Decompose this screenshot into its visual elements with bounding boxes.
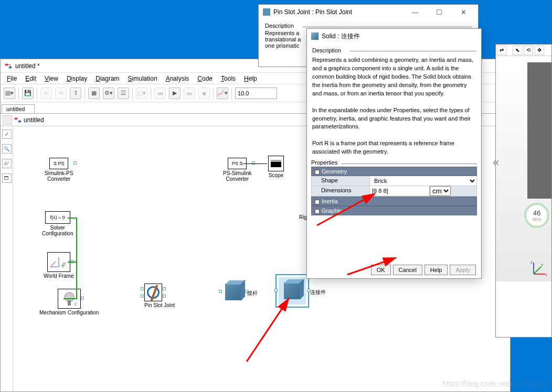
block-text: PS S — [232, 161, 243, 166]
menu-edit[interactable]: Edit — [22, 74, 39, 83]
speed-gauge: 46 0K/s — [524, 203, 549, 228]
dialog-title-bar[interactable]: Pin Slot Joint : Pin Slot Joint — ☐ ✕ — [259, 5, 478, 19]
save-button[interactable]: 💾 — [22, 88, 34, 99]
cancel-button[interactable]: Cancel — [393, 265, 422, 275]
gauge-sublabel: 0K/s — [533, 217, 541, 222]
watermark-text: https://blog.csdn.net/raominping — [443, 379, 547, 388]
menu-code[interactable]: Code — [194, 74, 216, 83]
stop-button[interactable]: ■ — [198, 88, 210, 99]
expand-icon: + — [315, 209, 320, 214]
block-label-obscured: Rig — [299, 214, 307, 220]
solid-dialog: Solid : 连接件 Description Represents a sol… — [306, 28, 482, 279]
viewer-3d-canvas[interactable]: « 46 0K/s x z y — [496, 56, 551, 281]
orbit-button[interactable]: ⟲ — [524, 46, 533, 55]
maximize-button[interactable]: ☐ — [429, 6, 450, 18]
back-button[interactable]: ⇦ — [40, 88, 52, 99]
stop-time-input[interactable] — [235, 88, 277, 99]
library-browser-button[interactable]: ▦ — [88, 88, 100, 99]
zoom-button[interactable]: 🔍 — [2, 144, 12, 154]
svg-rect-0 — [5, 63, 8, 66]
record-button[interactable]: 📈▾ — [217, 88, 228, 99]
menu-simulation[interactable]: Simulation — [125, 74, 161, 83]
block-label: Scope — [268, 172, 284, 178]
viewer-toolbar: ⇄ ⬉ ⟲ ✥ — [496, 45, 551, 56]
block-world-frame[interactable]: W World Frame — [44, 252, 74, 279]
ok-button[interactable]: OK — [371, 265, 391, 275]
minimize-button[interactable]: — — [405, 6, 426, 18]
menu-file[interactable]: File — [4, 74, 20, 83]
section-properties-header: Properties — [311, 159, 477, 166]
block-simulink-ps-converter[interactable]: S PS Simulink-PS Converter — [45, 158, 73, 182]
block-solid-baigang[interactable]: 摆杆 — [223, 281, 244, 302]
hide-browser-button[interactable] — [3, 115, 12, 125]
solid-icon — [225, 284, 242, 300]
menu-diagram[interactable]: Diagram — [92, 74, 122, 83]
prop-dimensions-unit-select[interactable]: cm — [430, 186, 451, 196]
pin-slot-joint-icon — [147, 286, 160, 299]
step-forward-button[interactable]: ⏭ — [184, 88, 195, 99]
new-model-button[interactable]: ▧▾ — [4, 88, 15, 99]
menu-display[interactable]: Display — [63, 74, 90, 83]
menu-help[interactable]: Help — [241, 74, 260, 83]
section-description-header: Description — [312, 47, 476, 55]
prop-shape-select[interactable]: Brick — [370, 176, 476, 186]
group-inertia-header[interactable]: +Inertia — [311, 197, 477, 206]
gauge-value: 46 — [533, 209, 540, 217]
dialog-button-row: OK Cancel Help Apply — [307, 262, 481, 278]
step-back-button[interactable]: ⏮ — [154, 88, 166, 99]
svg-text:x: x — [545, 273, 547, 277]
tab-untitled[interactable]: untitled — [2, 104, 35, 113]
apply-button[interactable]: Apply — [450, 265, 476, 275]
mechanics-explorer-window: ⇄ ⬉ ⟲ ✥ « 46 0K/s x z y — [495, 44, 552, 337]
menu-view[interactable]: View — [41, 74, 61, 83]
block-ps-simulink-converter[interactable]: PS S PS-Simulink Converter — [223, 158, 251, 182]
block-label: World Frame — [44, 273, 74, 279]
run-button[interactable]: ▶ — [169, 88, 181, 99]
up-button[interactable]: ⇧ — [70, 88, 81, 99]
model-explorer-button[interactable]: ☲ — [118, 88, 129, 99]
comment-button[interactable]: ▢▾ — [136, 88, 147, 99]
breadcrumb-root[interactable]: untitled — [24, 116, 44, 124]
sync-button[interactable]: ⇄ — [497, 46, 506, 55]
fit-view-button[interactable]: ⤢ — [2, 129, 12, 139]
simulink-icon — [5, 62, 12, 70]
block-mechanism-configuration[interactable]: C Mechanism Configuration — [39, 289, 99, 315]
dialog-title-bar[interactable]: Solid : 连接件 — [307, 29, 481, 43]
block-label: Simulink-PS Converter — [45, 170, 73, 182]
pan-button[interactable]: ✥ — [535, 46, 544, 55]
collapse-icon: − — [315, 170, 320, 175]
block-text: S PS — [54, 161, 65, 166]
group-graphic-header[interactable]: +Graphic — [311, 206, 477, 215]
prop-dimensions-input[interactable] — [370, 186, 429, 195]
svg-rect-1 — [9, 66, 12, 68]
dialog-icon — [263, 8, 270, 16]
menu-tools[interactable]: Tools — [218, 74, 239, 83]
rendered-solid — [527, 62, 551, 199]
model-icon — [14, 116, 22, 124]
block-label: Mechanism Configuration — [39, 310, 99, 315]
select-button[interactable]: ⬉ — [513, 46, 522, 55]
close-button[interactable]: ✕ — [453, 6, 474, 18]
forward-button[interactable]: ⇨ — [55, 88, 67, 99]
expand-icon: + — [315, 200, 320, 204]
model-config-button[interactable]: ⚙▾ — [103, 88, 114, 99]
window-title: untitled * — [15, 62, 40, 70]
block-label: 摆杆 — [247, 290, 258, 297]
menu-analysis[interactable]: Analysis — [163, 74, 193, 83]
help-button[interactable]: Help — [424, 265, 448, 275]
block-scope[interactable]: Scope — [268, 156, 284, 178]
block-label: PS-Simulink Converter — [223, 170, 251, 182]
dialog-title: Pin Slot Joint : Pin Slot Joint — [273, 8, 352, 16]
block-solid-lianjiejian[interactable]: 连接件 — [279, 277, 306, 304]
annotation-button[interactable]: Aᶻ — [2, 159, 12, 168]
block-text: f(x) = 0 — [50, 215, 65, 220]
solid-dialog-icon — [311, 32, 319, 40]
block-solver-configuration[interactable]: f(x) = 0 Solver Configuration — [42, 211, 73, 236]
svg-line-12 — [534, 267, 541, 274]
svg-rect-2 — [15, 117, 17, 119]
image-button[interactable]: 🗔 — [2, 173, 12, 183]
collapse-handle-icon[interactable]: « — [493, 156, 499, 169]
svg-rect-6 — [68, 300, 71, 306]
block-pin-slot-joint[interactable]: Pin Slot Joint — [144, 284, 175, 308]
group-geometry-header[interactable]: −Geometry — [311, 167, 477, 176]
